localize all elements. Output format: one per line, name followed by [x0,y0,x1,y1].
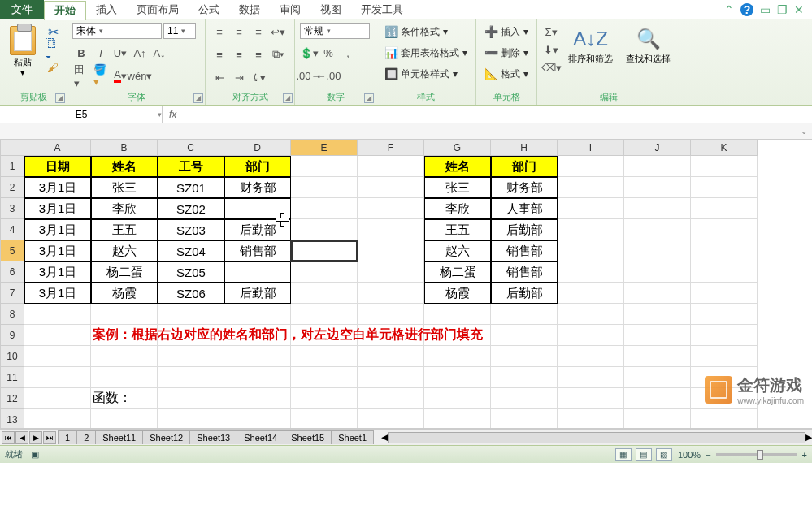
cell[interactable] [424,409,491,429]
cell[interactable]: 杨霞 [91,283,158,304]
format-cells-button[interactable]: 📐格式 ▾ [481,65,532,83]
cell[interactable] [624,156,691,177]
font-name-dropdown[interactable]: 宋体 [72,23,162,39]
sheet-nav-first[interactable]: ⏮ [2,431,15,444]
sort-filter-button[interactable]: A↓Z 排序和筛选 [563,23,618,67]
cell[interactable] [24,409,91,429]
align-left-button[interactable]: ≡ [211,46,228,63]
cell[interactable] [691,156,758,177]
column-header[interactable]: E [291,140,358,156]
cell[interactable]: 后勤部 [224,283,291,304]
cell[interactable] [24,388,91,409]
cell[interactable] [558,346,624,367]
cell[interactable] [691,409,758,429]
cell[interactable] [558,283,624,304]
cell[interactable]: 3月1日 [24,219,91,240]
cell[interactable] [558,198,624,219]
row-header[interactable]: 3 [0,198,24,219]
tab-home[interactable]: 开始 [44,1,86,20]
cell[interactable] [358,409,424,429]
cell[interactable]: 后勤部 [491,219,558,240]
zoom-out-button[interactable]: − [706,450,710,460]
row-header[interactable]: 13 [0,409,24,429]
row-header[interactable]: 10 [0,346,24,367]
worksheet[interactable]: ABCDEFGHIJK1日期姓名工号部门姓名部门23月1日张三SZ01财务部张三… [0,140,812,429]
cell[interactable] [558,219,624,240]
cell[interactable] [224,409,291,429]
cell[interactable] [424,304,491,325]
sheet-tab[interactable]: Sheet15 [284,430,332,444]
cell[interactable] [624,198,691,219]
ribbon-min-icon[interactable]: ⌃ [724,3,734,16]
bold-button[interactable]: B [73,45,89,61]
view-normal-button[interactable]: ▦ [615,448,632,461]
cell[interactable]: 3月1日 [24,198,91,219]
decrease-indent-button[interactable]: ⇤ [211,69,228,85]
cell[interactable] [691,240,758,261]
cell[interactable] [624,283,691,304]
cell[interactable] [91,409,158,429]
row-header[interactable]: 9 [0,325,24,346]
cell[interactable] [224,304,291,325]
cell[interactable] [158,346,224,367]
insert-cells-button[interactable]: ➕插入 ▾ [481,23,532,41]
cell[interactable] [291,283,358,304]
cell[interactable]: 销售部 [491,261,558,283]
tab-review[interactable]: 审阅 [270,0,310,19]
column-header[interactable]: H [491,140,558,156]
row-header[interactable]: 4 [0,219,24,240]
cell[interactable] [691,177,758,198]
formula-input[interactable] [183,106,812,123]
cell[interactable] [624,177,691,198]
column-header[interactable]: A [24,140,91,156]
cell[interactable]: 3月1日 [24,261,91,283]
cell[interactable]: 3月1日 [24,177,91,198]
row-header[interactable]: 6 [0,261,24,283]
cell[interactable]: 销售部 [491,240,558,261]
number-dialog-launcher[interactable]: ◢ [364,93,374,103]
select-all-corner[interactable] [0,140,24,156]
cell[interactable]: SZ04 [158,240,224,261]
cell[interactable] [691,261,758,283]
cell[interactable] [158,409,224,429]
cell[interactable]: 张三 [91,177,158,198]
cell[interactable] [691,325,758,346]
cell[interactable] [424,367,491,388]
cell[interactable] [358,261,424,283]
underline-button[interactable]: U▾ [112,45,128,61]
merge-button[interactable]: ⧉▾ [270,46,286,63]
row-header[interactable]: 8 [0,304,24,325]
cell[interactable] [424,388,491,409]
currency-button[interactable]: 💲▾ [301,45,317,61]
fx-button[interactable]: fx [163,109,183,120]
column-header[interactable]: F [358,140,424,156]
sheet-tab[interactable]: Sheet11 [95,430,143,444]
cell[interactable] [291,388,358,409]
column-header[interactable]: J [624,140,691,156]
sheet-tab[interactable]: Sheet12 [142,430,190,444]
cell[interactable] [291,198,358,219]
cell[interactable] [91,304,158,325]
cell[interactable] [291,304,358,325]
cell[interactable]: SZ03 [158,219,224,240]
cell-styles-button[interactable]: 🔲单元格样式 ▾ [381,65,461,83]
cell[interactable]: 后勤部 [491,283,558,304]
minimize-icon[interactable]: ▭ [760,3,771,16]
cell[interactable] [224,198,291,219]
cell[interactable]: 张三 [424,177,491,198]
horizontal-scrollbar[interactable]: ◀▶ [381,431,812,444]
cell[interactable] [24,367,91,388]
cell[interactable] [558,409,624,429]
cell[interactable] [691,198,758,219]
row-header[interactable]: 5 [0,240,24,261]
cell[interactable] [291,261,358,283]
font-dialog-launcher[interactable]: ◢ [193,93,203,103]
cell[interactable] [358,283,424,304]
cell[interactable] [558,325,624,346]
cell[interactable]: 部门 [224,156,291,177]
cell[interactable]: 工号 [158,156,224,177]
tab-insert[interactable]: 插入 [86,0,127,19]
cell[interactable] [558,261,624,283]
file-tab[interactable]: 文件 [0,0,44,19]
sheet-nav-next[interactable]: ▶ [29,431,42,444]
